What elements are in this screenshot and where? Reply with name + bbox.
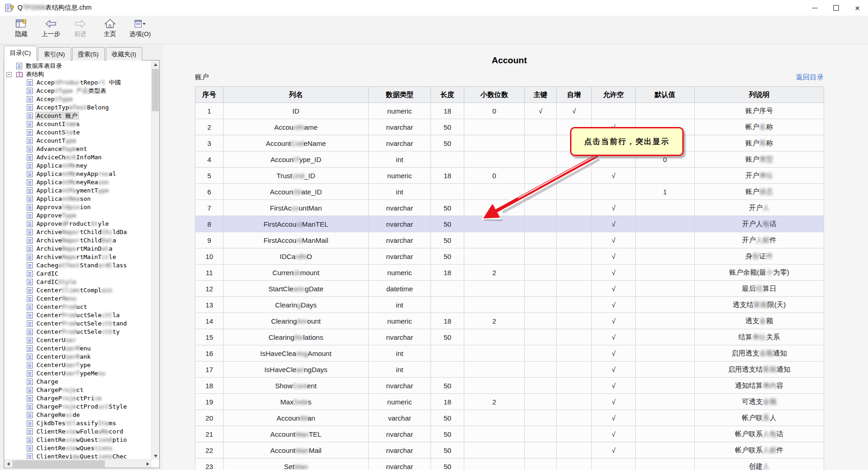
tree-item[interactable]: ChargeProjectPrice bbox=[4, 394, 152, 403]
topic-page-icon bbox=[27, 428, 33, 435]
scroll-left-button[interactable] bbox=[4, 460, 12, 468]
tree-item[interactable]: ApprovedProductStyle bbox=[4, 220, 152, 228]
tree-item[interactable]: ClientReviewFollowRecord bbox=[4, 428, 152, 436]
tree-item[interactable]: CardICStyle bbox=[4, 278, 152, 286]
table-row[interactable]: 13ClearingDaysint√透支结算期限(天) bbox=[195, 297, 824, 313]
tree-item[interactable]: CcenterUserMenu bbox=[4, 344, 152, 353]
scroll-right-button[interactable] bbox=[144, 460, 152, 468]
tree-item[interactable]: CcenterUserType bbox=[4, 361, 152, 369]
table-row[interactable]: 10IDCardNOnvarchar50√身份证件 bbox=[195, 248, 824, 265]
tree-item[interactable]: CjkdbTestClassifyItems bbox=[4, 419, 152, 428]
table-row[interactable]: 5TrustUnit_IDnumeric180√开户单位 bbox=[195, 168, 824, 184]
cell-auto-increment bbox=[557, 313, 592, 329]
tree-item-label: ApplicantMoneyApproval bbox=[36, 170, 117, 177]
table-row[interactable]: 12StartClearingDatedatetime√最后结算日 bbox=[195, 281, 824, 297]
table-row[interactable]: 14ClearingAmountnumeric182√透支金额 bbox=[195, 313, 824, 329]
tree-item-label: AccountState bbox=[36, 129, 81, 136]
tree-item[interactable]: ApprovalOpinion bbox=[4, 203, 152, 211]
tree-item[interactable]: AcceptTypeTestBelong bbox=[4, 103, 152, 112]
tree-item[interactable]: CcenterProductSelectCla bbox=[4, 311, 152, 319]
table-row[interactable]: 6AccountState_IDint1账户状态 bbox=[195, 184, 824, 200]
tree-item[interactable]: CcenterUser bbox=[4, 336, 152, 344]
tree-item[interactable]: ChargeProjectProductStyle bbox=[4, 403, 152, 411]
tree-item-label: AcceptProductReport 中國 bbox=[36, 79, 122, 86]
table-row[interactable]: 4AccountType_IDint0账户类型 bbox=[195, 151, 824, 168]
tree-item[interactable]: CcenterProduct bbox=[4, 303, 152, 311]
scroll-down-button[interactable] bbox=[152, 452, 159, 460]
tree-item[interactable]: 表结构 bbox=[4, 70, 152, 78]
table-row[interactable]: 1IDnumeric180√√账户序号 bbox=[195, 103, 824, 119]
tree-item[interactable]: ClientReviewQuestionsChec bbox=[4, 452, 152, 460]
tree-item[interactable]: CardIC bbox=[4, 270, 152, 278]
hide-button[interactable]: 隐藏 bbox=[6, 16, 36, 44]
close-button[interactable]: × bbox=[847, 0, 868, 16]
tree-item[interactable]: ApplicantReason bbox=[4, 195, 152, 203]
tree-item[interactable]: AcceptType 产品类型表 bbox=[4, 87, 152, 95]
tree-item[interactable]: Charge bbox=[4, 378, 152, 386]
back-to-contents-link[interactable]: 返回目录 bbox=[796, 73, 824, 82]
tab-index[interactable]: 索引(N) bbox=[38, 47, 71, 60]
tree-item[interactable]: CcenterClientComplain bbox=[4, 286, 152, 295]
tree-item[interactable]: 数据库表目录 bbox=[4, 62, 152, 70]
tree-item[interactable]: AccountState bbox=[4, 128, 152, 137]
table-row[interactable]: 11CurrentAmountnumeric182√账户余额(最小为零) bbox=[195, 265, 824, 281]
tab-contents[interactable]: 目录(C) bbox=[4, 46, 37, 60]
tree-item[interactable]: AdvancePayment bbox=[4, 145, 152, 153]
minimize-button[interactable] bbox=[804, 0, 826, 16]
tree-item[interactable]: ArchiveReportMainTitle bbox=[4, 253, 152, 261]
table-row[interactable]: 23SetMannvarchar50创建人 bbox=[195, 458, 824, 470]
table-row[interactable]: 20AccountManvarchar50√帐户联系人 bbox=[195, 410, 824, 426]
table-row[interactable]: 2AccountNamenvarchar50√帐户名称 bbox=[195, 119, 824, 135]
collapse-toggle-icon[interactable] bbox=[6, 72, 12, 77]
tree-item[interactable]: AcceptProductReport 中國 bbox=[4, 78, 152, 87]
tree-vertical-scrollbar[interactable] bbox=[151, 60, 159, 460]
tree-item[interactable]: CachegetTestStandardClass bbox=[4, 261, 152, 270]
maximize-button[interactable] bbox=[826, 0, 847, 16]
tree-item[interactable]: ArchiveReportMainData bbox=[4, 245, 152, 253]
tree-item[interactable]: ClientReviewQuestionOptio bbox=[4, 436, 152, 444]
table-row[interactable]: 9FirstAccountManMailnvarchar50√开户人邮件 bbox=[195, 232, 824, 248]
tree-item[interactable]: CcenterProductSelectStand bbox=[4, 319, 152, 328]
table-row[interactable]: 18ShowContentnvarchar50√通知结算单内容 bbox=[195, 378, 824, 394]
tree-item[interactable]: ArchiveReportChildChildDa bbox=[4, 228, 152, 236]
tree-item[interactable]: AcceptType bbox=[4, 95, 152, 103]
tree-item[interactable]: CcenterUserTypeMenu bbox=[4, 369, 152, 378]
tab-search[interactable]: 搜索(S) bbox=[72, 47, 105, 60]
table-row[interactable]: 3AccountCodeNamenvarchar50√账户简称 bbox=[195, 135, 824, 151]
tree-item[interactable]: ApplicantPaymentType bbox=[4, 187, 152, 195]
tree-item[interactable]: ApplicantMoneyApproval bbox=[4, 170, 152, 178]
tree-item[interactable]: CcenterProductSelectSty bbox=[4, 328, 152, 336]
table-row-highlighted[interactable]: 8FirstAccountManTELnvarchar50√开户人电话 bbox=[195, 216, 824, 232]
back-button[interactable]: 上一步 bbox=[36, 16, 66, 44]
tree-horizontal-scrollbar[interactable] bbox=[4, 459, 152, 468]
scroll-up-button[interactable] bbox=[152, 60, 159, 68]
home-button[interactable]: 主页 bbox=[95, 16, 125, 44]
tab-favorites[interactable]: 收藏夹(I) bbox=[106, 47, 142, 60]
tree-item[interactable]: CcenterMenu bbox=[4, 295, 152, 303]
tree-item[interactable]: AdviceCheckInfoMan bbox=[4, 153, 152, 162]
tree-item[interactable]: ChargeReside bbox=[4, 411, 152, 419]
table-row[interactable]: 17IsHaveClearingDaysint√启用透支结算期通知 bbox=[195, 362, 824, 378]
tree-item[interactable]: CcenterUserRank bbox=[4, 353, 152, 361]
forward-button[interactable]: 前进 bbox=[66, 16, 95, 44]
tree-item[interactable]: AccountItems bbox=[4, 120, 152, 128]
book-icon bbox=[16, 71, 23, 77]
tree-item[interactable]: ClientReviewQuestions bbox=[4, 444, 152, 452]
tree-item[interactable]: ChargeProject bbox=[4, 386, 152, 394]
tree-item[interactable]: ArchiveReportChildData bbox=[4, 236, 152, 245]
tree-item[interactable]: AccountType bbox=[4, 137, 152, 145]
table-row[interactable]: 21AccountManTELnvarchar50√帐户联系人电话 bbox=[195, 426, 824, 442]
tree-item[interactable]: ApproveType bbox=[4, 211, 152, 220]
vertical-scroll-thumb[interactable] bbox=[152, 69, 159, 111]
cell-seq: 15 bbox=[195, 329, 224, 345]
horizontal-scroll-thumb[interactable] bbox=[12, 460, 105, 467]
table-row[interactable]: 19MaxDebtsnumeric182√可透支金额 bbox=[195, 394, 824, 410]
tree-item[interactable]: ApplicantMoneyReason bbox=[4, 178, 152, 187]
table-row[interactable]: 7FirstAccountMannvarchar50√开户人 bbox=[195, 200, 824, 216]
table-row[interactable]: 16IsHaveClearingAmountint√启用透支金额通知 bbox=[195, 345, 824, 362]
tree-item[interactable]: ApplicantMoney bbox=[4, 162, 152, 170]
table-row[interactable]: 22AccountManMailnvarchar50√帐户联系人邮件 bbox=[195, 442, 824, 458]
table-row[interactable]: 15ClearingRelationsnvarchar50√结算单位关系 bbox=[195, 329, 824, 345]
tree-item[interactable]: Account 账户 bbox=[4, 112, 152, 120]
options-button[interactable]: 选项(O) bbox=[125, 16, 156, 44]
